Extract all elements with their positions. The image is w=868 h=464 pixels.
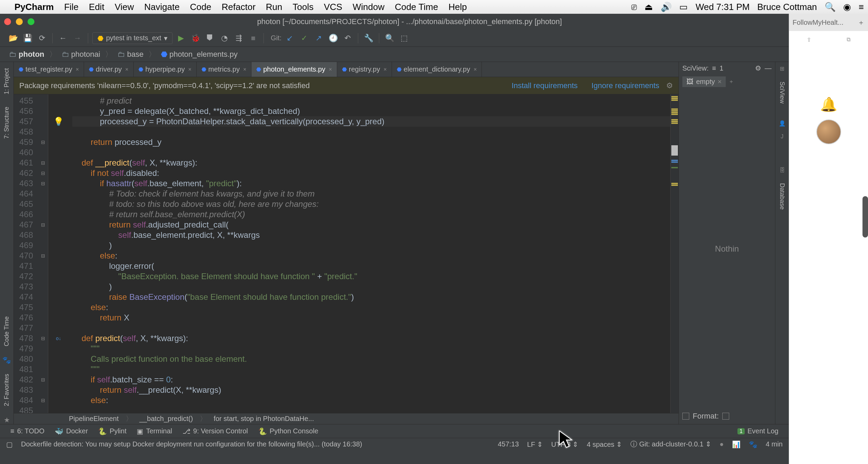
run-icon[interactable]: ▶ — [175, 32, 187, 44]
close-tab-icon[interactable]: × — [384, 66, 387, 73]
debug-icon[interactable]: 🐞 — [189, 32, 202, 44]
sciview-minimize-icon[interactable]: — — [765, 64, 772, 72]
error-stripe[interactable] — [670, 94, 679, 413]
bottom-tool-tab[interactable]: 🐳Docker — [55, 427, 88, 435]
tabs-icon[interactable]: ⧉ — [847, 36, 850, 43]
grid-icon[interactable]: ⊞ — [780, 65, 784, 72]
menu-code[interactable]: Code — [190, 2, 211, 12]
menu-codetime[interactable]: Code Time — [395, 2, 438, 12]
save-icon[interactable]: 💾 — [21, 32, 34, 44]
editor-tab[interactable]: ⬣element_dictionary.py× — [392, 62, 482, 77]
editor-tab[interactable]: ⬣registry.py× — [337, 62, 392, 77]
menu-navigate[interactable]: Navigate — [144, 2, 180, 12]
close-tab-icon[interactable]: × — [474, 66, 477, 73]
run-configuration-dropdown[interactable]: ⬣ pytest in tests_ext ▾ — [92, 32, 173, 44]
fold-stripe[interactable]: ⊟⊟⊟⊟⊟⊟⊟⊟⊟ — [38, 94, 48, 413]
line-separator[interactable]: LF ⇕ — [527, 440, 543, 449]
battery-icon[interactable]: ▭ — [679, 2, 688, 12]
intention-bulb-icon[interactable]: 💡 — [53, 116, 64, 127]
menu-window[interactable]: Window — [353, 2, 384, 12]
nav-crumb-2[interactable]: 🗀 base — [115, 49, 146, 60]
code-editor[interactable]: 4554564574584594604614624634644654664674… — [14, 94, 679, 413]
settings-icon[interactable]: 🔧 — [362, 32, 375, 44]
clock[interactable]: Wed 7:31 PM — [695, 2, 750, 12]
git-push-icon[interactable]: ↗ — [312, 32, 325, 44]
git-revert-icon[interactable]: ↶ — [341, 32, 354, 44]
nav-crumb-file[interactable]: ⬣ photon_elements.py — [159, 49, 240, 60]
open-icon[interactable]: 📂 — [7, 32, 19, 44]
volume-icon[interactable]: 🔊 — [661, 2, 672, 12]
menu-edit[interactable]: Edit — [89, 2, 104, 12]
eject-icon[interactable]: ⏏ — [644, 2, 653, 12]
tool-favorites[interactable]: 2: Favorites — [2, 371, 12, 409]
file-encoding[interactable]: UTF-8 ⇕ — [551, 440, 578, 449]
paw-icon[interactable]: 🐾 — [2, 356, 11, 364]
nav-crumb-1[interactable]: 🗀 photonai — [60, 49, 102, 60]
back-icon[interactable]: ← — [57, 32, 69, 44]
tool-structure[interactable]: 7: Structure — [2, 104, 12, 141]
inspection-indicator[interactable]: ● — [720, 440, 724, 448]
bottom-tool-tab[interactable]: ▣Terminal — [137, 427, 172, 435]
git-history-icon[interactable]: 🕘 — [327, 32, 339, 44]
notification-center-icon[interactable]: ≡ — [859, 2, 864, 12]
star-icon[interactable]: ★ — [4, 416, 10, 424]
editor-tab[interactable]: ⬣driver.py× — [84, 62, 134, 77]
menu-view[interactable]: View — [115, 2, 134, 12]
crumb-method[interactable]: __batch_predict() — [140, 415, 193, 423]
git-branch[interactable]: ⓘ Git: add-cluster-0.0.1 ⇕ — [630, 440, 711, 449]
search-icon[interactable]: 🔍 — [383, 32, 396, 44]
install-requirements-link[interactable]: Install requirements — [512, 81, 578, 90]
close-tab-icon[interactable]: × — [188, 66, 191, 73]
git-pull-icon[interactable]: ↙ — [283, 32, 296, 44]
tool-database[interactable]: Database — [777, 180, 787, 212]
siri-icon[interactable]: ◉ — [843, 2, 851, 12]
tool-project[interactable]: 1: Project — [2, 65, 12, 97]
menu-refactor[interactable]: Refactor — [222, 2, 256, 12]
bottom-tool-tab[interactable]: 🐍Pylint — [98, 427, 126, 435]
close-tab-icon[interactable]: × — [125, 66, 128, 73]
codetime-paw-icon[interactable]: 🐾 — [749, 440, 757, 449]
banner-settings-icon[interactable]: ⚙ — [666, 81, 673, 90]
cursor-position[interactable]: 457:13 — [498, 440, 519, 448]
sync-icon[interactable]: ⟳ — [36, 32, 48, 44]
share-icon[interactable]: ⇪ — [807, 36, 811, 43]
avatar[interactable] — [816, 119, 841, 144]
concurrent-icon[interactable]: ⇶ — [232, 32, 245, 44]
indent-setting[interactable]: 4 spaces ⇕ — [587, 440, 622, 449]
close-tab-icon[interactable]: × — [329, 66, 332, 73]
maximize-window-button[interactable] — [28, 18, 34, 25]
codetime-duration[interactable]: 4 min — [766, 440, 783, 448]
close-window-button[interactable] — [4, 18, 11, 25]
forward-icon[interactable]: → — [71, 32, 84, 44]
status-tool-window-icon[interactable]: ▢ — [6, 440, 13, 449]
editor-tab[interactable]: ⬣metrics.py× — [197, 62, 251, 77]
spotlight-icon[interactable]: 🔍 — [825, 2, 836, 12]
crumb-block[interactable]: for start, stop in PhotonDataHe... — [214, 415, 314, 423]
editor-tab[interactable]: ⬣hyperpipe.py× — [134, 62, 197, 77]
sciview-format-field[interactable] — [722, 413, 729, 420]
jenkins-icon[interactable]: J — [781, 134, 784, 140]
structure-icon[interactable]: ⬚ — [398, 32, 410, 44]
menu-tools[interactable]: Tools — [293, 2, 314, 12]
bottom-tool-tab[interactable]: ⎇9: Version Control — [183, 427, 248, 435]
new-tab-icon[interactable]: ＋ — [858, 18, 865, 27]
close-tab-icon[interactable]: × — [717, 78, 722, 86]
minimize-window-button[interactable] — [16, 18, 23, 25]
scrollbar-thumb[interactable] — [862, 196, 868, 238]
sciview-add-tab-icon[interactable]: ＋ — [728, 78, 734, 85]
sciview-tab-empty[interactable]: 🖼 empty × — [682, 76, 726, 87]
git-commit-icon[interactable]: ✓ — [298, 32, 310, 44]
override-icon[interactable]: o↓ — [56, 333, 61, 344]
peek-tab[interactable]: FollowMyHealt... — [793, 19, 844, 27]
airplay-icon[interactable]: ⎚ — [631, 2, 637, 12]
menu-help[interactable]: Help — [448, 2, 467, 12]
close-tab-icon[interactable]: × — [243, 66, 246, 73]
editor-tab[interactable]: ⬣test_register.py× — [14, 62, 84, 77]
sciview-checkbox[interactable] — [682, 413, 689, 420]
menu-file[interactable]: File — [64, 2, 79, 12]
app-name[interactable]: PyCharm — [14, 2, 54, 12]
nav-crumb-root[interactable]: 🗀 photon — [7, 49, 46, 60]
bottom-tool-tab[interactable]: ≡6: TODO — [10, 427, 44, 435]
coverage-icon[interactable]: ⛊ — [204, 32, 216, 44]
crumb-class[interactable]: PipelineElement — [69, 415, 119, 423]
